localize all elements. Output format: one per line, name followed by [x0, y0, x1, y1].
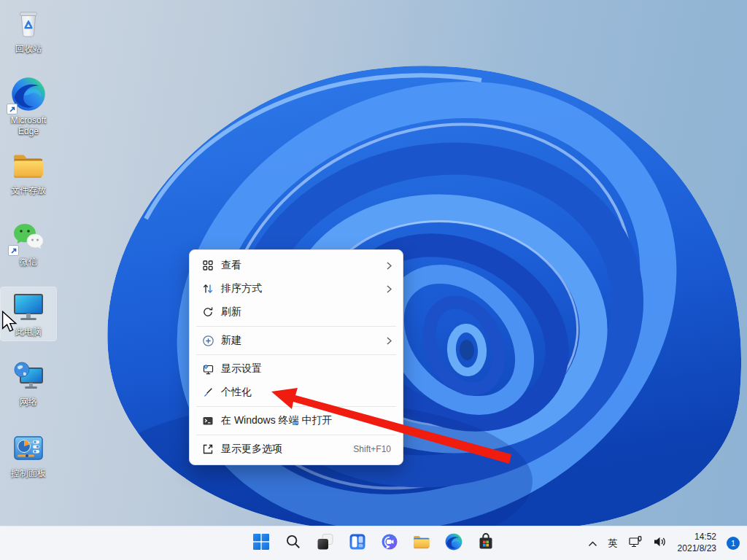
- menu-item-label: 个性化: [221, 386, 387, 399]
- desktop-icon-label: 网络: [20, 397, 37, 408]
- display-settings-icon: [201, 362, 214, 376]
- more-options-icon: [201, 443, 214, 456]
- shortcut-arrow-icon: [7, 104, 18, 114]
- file-explorer-button[interactable]: [407, 529, 436, 558]
- hidden-icons-button[interactable]: [584, 530, 602, 556]
- menu-item-view[interactable]: 查看: [190, 254, 403, 277]
- desktop-icon-control-panel[interactable]: 控制面板: [1, 429, 56, 482]
- chevron-right-icon: [387, 285, 392, 293]
- network-status-icon: [629, 536, 643, 551]
- menu-item-label: 新建: [221, 334, 387, 347]
- start-button[interactable]: [247, 529, 276, 558]
- shortcut-arrow-icon: [8, 245, 19, 256]
- desktop-icon-wechat[interactable]: 微信: [1, 217, 56, 271]
- menu-item-open-windows-terminal[interactable]: 在 Windows 终端 中打开: [190, 409, 403, 432]
- desktop-icon-network[interactable]: 网络: [1, 357, 56, 411]
- clock[interactable]: 14:52 2021/8/23: [673, 530, 721, 556]
- edge-icon: [444, 532, 463, 554]
- desktop-icon-label: 回收站: [15, 44, 42, 55]
- menu-item-new[interactable]: 新建: [190, 329, 403, 352]
- menu-item-display-settings[interactable]: 显示设置: [190, 357, 403, 381]
- task-view-icon: [317, 533, 334, 553]
- network-icon: [11, 359, 46, 394]
- notification-badge[interactable]: 1: [727, 537, 740, 550]
- menu-item-label: 刷新: [221, 306, 387, 319]
- menu-item-refresh[interactable]: 刷新: [190, 300, 403, 324]
- system-tray: 英 14:52 2021/8/23: [584, 530, 740, 556]
- menu-item-label: 在 Windows 终端 中打开: [221, 414, 387, 427]
- ime-label: 英: [608, 537, 618, 550]
- desktop-icon-edge[interactable]: Microsoft Edge: [1, 73, 56, 140]
- widgets-button[interactable]: [343, 529, 372, 558]
- this-pc-icon: [11, 289, 46, 324]
- chevron-right-icon: [387, 337, 392, 345]
- chevron-up-icon: [588, 537, 597, 550]
- search-icon: [285, 534, 301, 553]
- menu-separator: [196, 326, 396, 327]
- speaker-icon: [654, 536, 667, 551]
- ime-indicator[interactable]: 英: [604, 530, 622, 556]
- desktop-icon-recycle-bin[interactable]: 回收站: [1, 4, 56, 58]
- desktop-icon-label: 文件存放: [11, 185, 46, 196]
- personalize-icon: [201, 386, 214, 399]
- edge-icon: [9, 75, 47, 113]
- menu-item-personalize[interactable]: 个性化: [190, 381, 403, 404]
- terminal-icon: [201, 414, 214, 427]
- tray-time: 14:52: [678, 532, 716, 543]
- refresh-icon: [201, 306, 214, 319]
- menu-item-sort-by[interactable]: 排序方式: [190, 277, 403, 300]
- menu-separator: [196, 354, 396, 355]
- tray-date: 2021/8/23: [678, 543, 716, 555]
- volume-button[interactable]: [649, 530, 671, 556]
- control-panel-icon: [11, 431, 46, 466]
- folder-icon: [11, 148, 46, 183]
- chevron-right-icon: [387, 262, 392, 270]
- desktop-icon-files-folder[interactable]: 文件存放: [1, 146, 56, 199]
- new-plus-icon: [201, 334, 214, 347]
- taskbar: 英 14:52 2021/8/23: [0, 526, 747, 560]
- menu-item-label: 排序方式: [221, 282, 387, 295]
- desktop-icon-label: 控制面板: [11, 468, 46, 479]
- context-menu: 查看 排序方式 刷新 新建: [189, 249, 403, 465]
- menu-item-label: 显示设置: [221, 362, 387, 376]
- taskbar-center: [247, 529, 500, 558]
- menu-item-show-more-options[interactable]: 显示更多选项 Shift+F10: [190, 438, 403, 461]
- recycle-bin-icon: [11, 7, 46, 42]
- widgets-icon: [349, 533, 366, 553]
- task-view-button[interactable]: [311, 529, 340, 558]
- view-grid-icon: [201, 259, 214, 272]
- desktop-icon-label: Microsoft Edge: [2, 115, 55, 137]
- menu-separator: [196, 406, 396, 407]
- store-button[interactable]: [471, 529, 500, 558]
- file-explorer-icon: [412, 532, 431, 554]
- menu-separator: [196, 435, 396, 435]
- chat-button[interactable]: [375, 529, 404, 558]
- network-status-button[interactable]: [624, 530, 647, 556]
- menu-item-shortcut: Shift+F10: [353, 444, 391, 454]
- windows-start-icon: [252, 533, 270, 553]
- menu-item-label: 查看: [221, 259, 387, 272]
- menu-item-label: 显示更多选项: [221, 443, 353, 456]
- sort-icon: [201, 282, 214, 295]
- wechat-icon: [11, 219, 46, 254]
- chat-icon: [381, 533, 398, 553]
- desktop-icon-label: 微信: [20, 257, 37, 268]
- edge-button[interactable]: [439, 529, 468, 558]
- microsoft-store-icon: [477, 533, 495, 553]
- desktop-icon-label: 此电脑: [15, 327, 42, 338]
- search-button[interactable]: [279, 529, 308, 558]
- desktop-icon-this-pc[interactable]: 此电脑: [1, 287, 56, 341]
